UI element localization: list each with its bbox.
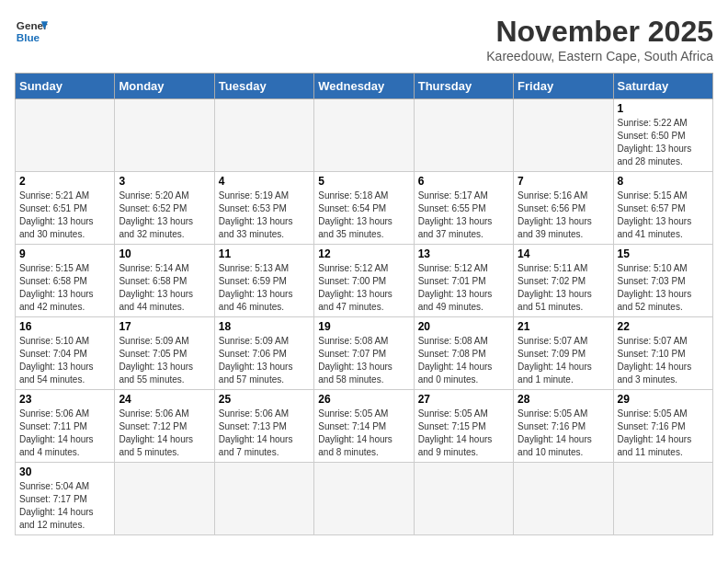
table-row [314, 463, 414, 535]
table-row [115, 99, 214, 172]
table-row: 24Sunrise: 5:06 AM Sunset: 7:12 PM Dayli… [115, 390, 214, 463]
day-info: Sunrise: 5:05 AM Sunset: 7:16 PM Dayligh… [518, 408, 609, 459]
table-row [414, 463, 513, 535]
table-row: 23Sunrise: 5:06 AM Sunset: 7:11 PM Dayli… [16, 390, 115, 463]
day-number: 21 [518, 320, 609, 333]
calendar-row: 16Sunrise: 5:10 AM Sunset: 7:04 PM Dayli… [16, 317, 713, 390]
day-number: 11 [219, 247, 310, 260]
day-info: Sunrise: 5:05 AM Sunset: 7:15 PM Dayligh… [418, 408, 509, 459]
day-number: 19 [318, 320, 409, 333]
table-row: 1Sunrise: 5:22 AM Sunset: 6:50 PM Daylig… [613, 99, 712, 172]
day-number: 8 [618, 175, 709, 188]
calendar-row: 9Sunrise: 5:15 AM Sunset: 6:58 PM Daylig… [16, 245, 713, 317]
day-info: Sunrise: 5:04 AM Sunset: 7:17 PM Dayligh… [19, 480, 110, 532]
day-info: Sunrise: 5:08 AM Sunset: 7:08 PM Dayligh… [418, 335, 509, 386]
table-row [16, 99, 115, 172]
header-thursday: Thursday [414, 74, 513, 99]
header-wednesday: Wednesday [314, 74, 414, 99]
table-row: 6Sunrise: 5:17 AM Sunset: 6:55 PM Daylig… [414, 172, 513, 245]
table-row: 30Sunrise: 5:04 AM Sunset: 7:17 PM Dayli… [16, 463, 115, 535]
table-row: 29Sunrise: 5:05 AM Sunset: 7:16 PM Dayli… [613, 390, 712, 463]
table-row: 13Sunrise: 5:12 AM Sunset: 7:01 PM Dayli… [414, 245, 513, 317]
day-number: 26 [318, 393, 409, 406]
table-row: 12Sunrise: 5:12 AM Sunset: 7:00 PM Dayli… [314, 245, 414, 317]
day-number: 1 [618, 102, 709, 115]
table-row [613, 463, 712, 535]
header-friday: Friday [514, 74, 613, 99]
table-row: 28Sunrise: 5:05 AM Sunset: 7:16 PM Dayli… [514, 390, 613, 463]
day-number: 13 [418, 247, 509, 260]
day-info: Sunrise: 5:15 AM Sunset: 6:57 PM Dayligh… [618, 190, 709, 241]
day-number: 20 [418, 320, 509, 333]
table-row [414, 99, 513, 172]
header-saturday: Saturday [613, 74, 712, 99]
logo: General Blue [15, 15, 48, 48]
header-sunday: Sunday [16, 74, 115, 99]
calendar-row: 1Sunrise: 5:22 AM Sunset: 6:50 PM Daylig… [16, 99, 713, 172]
day-info: Sunrise: 5:09 AM Sunset: 7:05 PM Dayligh… [119, 335, 210, 386]
table-row: 9Sunrise: 5:15 AM Sunset: 6:58 PM Daylig… [16, 245, 115, 317]
title-area: November 2025 Kareedouw, Eastern Cape, S… [486, 15, 713, 63]
calendar-row: 23Sunrise: 5:06 AM Sunset: 7:11 PM Dayli… [16, 390, 713, 463]
location-subtitle: Kareedouw, Eastern Cape, South Africa [486, 49, 713, 63]
day-number: 22 [618, 320, 709, 333]
day-info: Sunrise: 5:15 AM Sunset: 6:58 PM Dayligh… [19, 262, 110, 314]
day-info: Sunrise: 5:18 AM Sunset: 6:54 PM Dayligh… [318, 190, 409, 241]
table-row: 17Sunrise: 5:09 AM Sunset: 7:05 PM Dayli… [115, 317, 214, 390]
weekday-header-row: Sunday Monday Tuesday Wednesday Thursday… [16, 74, 713, 99]
day-number: 6 [418, 175, 509, 188]
day-number: 18 [219, 320, 310, 333]
table-row [214, 463, 313, 535]
day-info: Sunrise: 5:14 AM Sunset: 6:58 PM Dayligh… [119, 262, 210, 314]
day-info: Sunrise: 5:12 AM Sunset: 7:01 PM Dayligh… [418, 262, 509, 314]
table-row: 7Sunrise: 5:16 AM Sunset: 6:56 PM Daylig… [514, 172, 613, 245]
day-number: 25 [219, 393, 310, 406]
day-number: 12 [318, 247, 409, 260]
day-info: Sunrise: 5:05 AM Sunset: 7:14 PM Dayligh… [318, 408, 409, 459]
month-title: November 2025 [486, 15, 713, 49]
table-row: 16Sunrise: 5:10 AM Sunset: 7:04 PM Dayli… [16, 317, 115, 390]
header-tuesday: Tuesday [214, 74, 313, 99]
table-row [514, 99, 613, 172]
day-number: 15 [618, 247, 709, 260]
table-row: 26Sunrise: 5:05 AM Sunset: 7:14 PM Dayli… [314, 390, 414, 463]
day-number: 10 [119, 247, 210, 260]
day-number: 17 [119, 320, 210, 333]
table-row [115, 463, 214, 535]
calendar-row: 30Sunrise: 5:04 AM Sunset: 7:17 PM Dayli… [16, 463, 713, 535]
day-number: 7 [518, 175, 609, 188]
calendar-table: Sunday Monday Tuesday Wednesday Thursday… [15, 73, 713, 535]
day-number: 28 [518, 393, 609, 406]
day-number: 30 [19, 465, 110, 478]
table-row: 22Sunrise: 5:07 AM Sunset: 7:10 PM Dayli… [613, 317, 712, 390]
table-row: 20Sunrise: 5:08 AM Sunset: 7:08 PM Dayli… [414, 317, 513, 390]
table-row: 10Sunrise: 5:14 AM Sunset: 6:58 PM Dayli… [115, 245, 214, 317]
table-row: 3Sunrise: 5:20 AM Sunset: 6:52 PM Daylig… [115, 172, 214, 245]
day-info: Sunrise: 5:21 AM Sunset: 6:51 PM Dayligh… [19, 190, 110, 241]
svg-text:Blue: Blue [17, 31, 40, 43]
day-info: Sunrise: 5:22 AM Sunset: 6:50 PM Dayligh… [618, 117, 709, 168]
day-number: 9 [19, 247, 110, 260]
day-info: Sunrise: 5:19 AM Sunset: 6:53 PM Dayligh… [219, 190, 310, 241]
table-row [214, 99, 313, 172]
day-info: Sunrise: 5:11 AM Sunset: 7:02 PM Dayligh… [518, 262, 609, 314]
day-info: Sunrise: 5:12 AM Sunset: 7:00 PM Dayligh… [318, 262, 409, 314]
day-number: 27 [418, 393, 509, 406]
day-info: Sunrise: 5:17 AM Sunset: 6:55 PM Dayligh… [418, 190, 509, 241]
table-row: 2Sunrise: 5:21 AM Sunset: 6:51 PM Daylig… [16, 172, 115, 245]
day-info: Sunrise: 5:07 AM Sunset: 7:09 PM Dayligh… [518, 335, 609, 386]
day-number: 5 [318, 175, 409, 188]
table-row: 15Sunrise: 5:10 AM Sunset: 7:03 PM Dayli… [613, 245, 712, 317]
day-number: 14 [518, 247, 609, 260]
day-info: Sunrise: 5:10 AM Sunset: 7:03 PM Dayligh… [618, 262, 709, 314]
day-info: Sunrise: 5:09 AM Sunset: 7:06 PM Dayligh… [219, 335, 310, 386]
table-row: 18Sunrise: 5:09 AM Sunset: 7:06 PM Dayli… [214, 317, 313, 390]
table-row: 19Sunrise: 5:08 AM Sunset: 7:07 PM Dayli… [314, 317, 414, 390]
day-number: 2 [19, 175, 110, 188]
table-row: 21Sunrise: 5:07 AM Sunset: 7:09 PM Dayli… [514, 317, 613, 390]
header-monday: Monday [115, 74, 214, 99]
day-info: Sunrise: 5:05 AM Sunset: 7:16 PM Dayligh… [618, 408, 709, 459]
day-number: 23 [19, 393, 110, 406]
day-number: 4 [219, 175, 310, 188]
day-info: Sunrise: 5:07 AM Sunset: 7:10 PM Dayligh… [618, 335, 709, 386]
